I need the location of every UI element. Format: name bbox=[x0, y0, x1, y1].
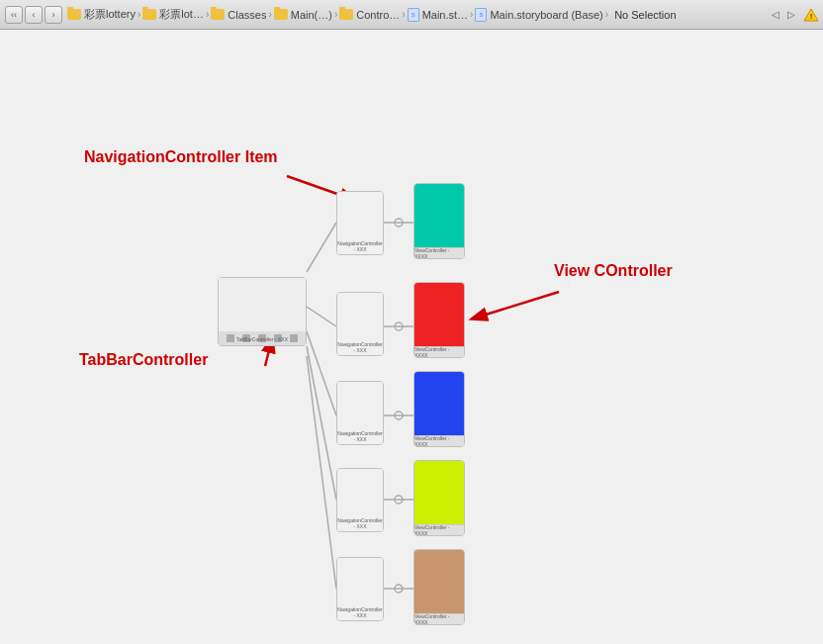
breadcrumb-item-2[interactable]: 彩票lot… bbox=[142, 7, 204, 22]
view-bar-2: ViewController - XXXX bbox=[414, 435, 464, 446]
back-icon: ‹‹ bbox=[11, 10, 17, 20]
file-icon-7: S bbox=[475, 8, 487, 22]
breadcrumb-sep-6: › bbox=[470, 9, 473, 20]
nav-back-button[interactable]: ‹‹ bbox=[5, 6, 23, 24]
breadcrumb-sep-5: › bbox=[402, 9, 405, 20]
file-icon-6: S bbox=[408, 8, 419, 22]
view-bar-0: ViewController - XXXX bbox=[414, 247, 464, 258]
folder-icon-3 bbox=[211, 9, 225, 20]
main-canvas: NavigationController Item TabBarControll… bbox=[0, 30, 823, 644]
warning-button[interactable]: ! bbox=[803, 8, 819, 22]
forward-icon: › bbox=[52, 10, 55, 20]
nav-controller-label: NavigationController Item bbox=[84, 148, 278, 166]
svg-point-16 bbox=[395, 585, 403, 593]
nav-ctrl-inner-0: NavigationController - XXX bbox=[337, 192, 383, 254]
view-screen-0 bbox=[414, 184, 464, 247]
toolbar: ‹‹ ‹ › 彩票lottery › 彩票lot… › Classes › Ma… bbox=[0, 0, 823, 30]
folder-icon-2 bbox=[142, 9, 156, 20]
svg-line-6 bbox=[307, 356, 336, 589]
nav-controller-box-1[interactable]: NavigationController - XXX bbox=[336, 292, 384, 356]
breadcrumb-label-7: Main.storyboard (Base) bbox=[490, 9, 602, 21]
svg-line-2 bbox=[307, 223, 336, 272]
chevron-right-icon: ▷ bbox=[787, 9, 795, 20]
breadcrumb-label-1: 彩票lottery bbox=[84, 7, 136, 22]
nav-ctrl-label-2: NavigationController - XXX bbox=[337, 431, 383, 442]
breadcrumb-label-4: Main(…) bbox=[291, 9, 332, 21]
folder-icon bbox=[67, 9, 81, 20]
nav-controller-box-4[interactable]: NavigationController - XXX bbox=[336, 557, 384, 621]
nav-ctrl-label-3: NavigationController - XXX bbox=[337, 518, 383, 529]
view-screen-2 bbox=[414, 372, 464, 435]
breadcrumb-sep-3: › bbox=[268, 9, 271, 20]
tabbar-controller-label: TabBarController bbox=[79, 351, 208, 369]
svg-point-8 bbox=[395, 219, 403, 227]
breadcrumb-sep-2: › bbox=[206, 9, 209, 20]
svg-line-19 bbox=[473, 292, 559, 319]
nav-controller-box-3[interactable]: NavigationController - XXX bbox=[336, 468, 384, 532]
toolbar-nav-back-end[interactable]: ◁ bbox=[768, 7, 783, 23]
tabbar-screen bbox=[219, 278, 306, 331]
nav-controller-box-2[interactable]: NavigationController - XXX bbox=[336, 381, 384, 445]
view-box-1[interactable]: ViewController - XXXX bbox=[413, 282, 465, 358]
nav-ctrl-inner-2: NavigationController - XXX bbox=[337, 382, 383, 444]
view-label-3: ViewController - XXXX bbox=[414, 524, 464, 536]
folder-icon-5 bbox=[339, 9, 353, 20]
view-screen-4 bbox=[414, 550, 464, 613]
view-label-0: ViewController - XXXX bbox=[414, 247, 464, 259]
breadcrumb-label-2: 彩票lot… bbox=[159, 7, 204, 22]
nav-back-one-button[interactable]: ‹ bbox=[25, 6, 43, 24]
breadcrumb-item-7[interactable]: S Main.storyboard (Base) bbox=[475, 8, 602, 22]
tabbar-controller-box[interactable]: TabBarController - XXX bbox=[218, 277, 307, 346]
view-box-0[interactable]: ViewController - XXXX bbox=[413, 183, 465, 259]
nav-controller-box-0[interactable]: NavigationController - XXX bbox=[336, 191, 384, 255]
breadcrumb-label-3: Classes bbox=[228, 9, 266, 21]
view-box-3[interactable]: ViewController - XXXX bbox=[413, 460, 465, 536]
svg-point-10 bbox=[395, 322, 403, 330]
nav-ctrl-label-0: NavigationController - XXX bbox=[337, 241, 383, 252]
connections-svg bbox=[0, 30, 823, 644]
breadcrumb-label-5: Contro… bbox=[356, 9, 400, 21]
svg-point-14 bbox=[395, 496, 403, 504]
breadcrumb-label-6: Main.st… bbox=[422, 9, 468, 21]
svg-point-12 bbox=[395, 412, 403, 419]
tabbar-ctrl-label: TabBarController - XXX bbox=[219, 327, 306, 345]
view-screen-1 bbox=[414, 283, 464, 346]
breadcrumb-sep-1: › bbox=[137, 9, 140, 20]
chevron-left-icon: ◁ bbox=[772, 9, 779, 20]
view-label-4: ViewController - XXXX bbox=[414, 613, 464, 625]
view-bar-1: ViewController - XXXX bbox=[414, 346, 464, 357]
warning-icon: ! bbox=[803, 8, 819, 22]
view-controller-label: View COntroller bbox=[554, 262, 673, 280]
view-label-2: ViewController - XXXX bbox=[414, 435, 464, 447]
breadcrumb-item-4[interactable]: Main(…) bbox=[274, 9, 332, 21]
breadcrumb: 彩票lottery › 彩票lot… › Classes › Main(…) ›… bbox=[63, 7, 768, 22]
breadcrumb-item-6[interactable]: S Main.st… bbox=[408, 8, 468, 22]
view-bar-4: ViewController - XXXX bbox=[414, 613, 464, 624]
svg-line-3 bbox=[307, 307, 336, 326]
nav-ctrl-inner-1: NavigationController - XXX bbox=[337, 293, 383, 355]
view-bar-3: ViewController - XXXX bbox=[414, 524, 464, 535]
nav-ctrl-label-4: NavigationController - XXX bbox=[337, 607, 383, 618]
nav-ctrl-label-1: NavigationController - XXX bbox=[337, 342, 383, 353]
back-one-icon: ‹ bbox=[33, 10, 36, 20]
breadcrumb-item-5[interactable]: Contro… bbox=[339, 9, 400, 21]
svg-line-4 bbox=[307, 331, 336, 415]
view-screen-3 bbox=[414, 461, 464, 524]
view-label-1: ViewController - XXXX bbox=[414, 346, 464, 358]
folder-icon-4 bbox=[274, 9, 288, 20]
svg-text:!: ! bbox=[810, 12, 813, 21]
breadcrumb-item-1[interactable]: 彩票lottery bbox=[67, 7, 136, 22]
svg-line-5 bbox=[307, 346, 336, 500]
nav-ctrl-inner-3: NavigationController - XXX bbox=[337, 469, 383, 531]
breadcrumb-sep-7: › bbox=[605, 9, 608, 20]
no-selection-label: No Selection bbox=[614, 9, 676, 21]
view-box-2[interactable]: ViewController - XXXX bbox=[413, 371, 465, 447]
nav-forward-button[interactable]: › bbox=[45, 6, 62, 24]
toolbar-nav-forward-end[interactable]: ▷ bbox=[783, 7, 799, 23]
breadcrumb-sep-4: › bbox=[334, 9, 337, 20]
breadcrumb-item-3[interactable]: Classes bbox=[211, 9, 266, 21]
nav-ctrl-inner-4: NavigationController - XXX bbox=[337, 558, 383, 620]
tabbar-box-label-text: TabBarController - XXX bbox=[236, 336, 288, 342]
view-box-4[interactable]: ViewController - XXXX bbox=[413, 549, 465, 625]
